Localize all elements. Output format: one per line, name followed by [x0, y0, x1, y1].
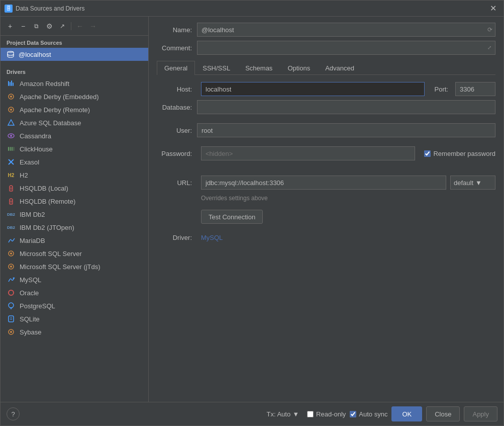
driver-item-clickhouse[interactable]: ClickHouse: [1, 142, 148, 155]
driver-name: Oracle: [20, 289, 39, 297]
tx-auto[interactable]: Tx: Auto ▼: [266, 410, 299, 418]
url-input[interactable]: [201, 176, 446, 190]
driver-item-h2[interactable]: H2 H2: [1, 168, 148, 182]
driver-name: PostgreSQL: [20, 302, 55, 310]
datasource-item-localhost[interactable]: @localhost: [1, 48, 148, 61]
driver-icon-azure-sql: [7, 118, 16, 127]
add-button[interactable]: +: [5, 21, 16, 32]
driver-item-oracle[interactable]: Oracle: [1, 286, 148, 299]
chevron-down-icon: ▼: [475, 179, 482, 187]
driver-icon-ibm-db2-jtopen: DB2: [7, 223, 16, 232]
tab-options[interactable]: Options: [280, 61, 318, 75]
driver-link[interactable]: MySQL: [201, 234, 223, 241]
svg-point-25: [10, 266, 12, 268]
title-bar-text: Data Sources and Drivers: [16, 5, 487, 12]
driver-icon-clickhouse: [7, 144, 16, 153]
driver-item-mariadb[interactable]: MariaDB: [1, 234, 148, 247]
driver-icon-amazon-redshift: [7, 79, 16, 88]
database-input[interactable]: [197, 100, 495, 114]
driver-item-ibm-db2[interactable]: DB2 IBM Db2: [1, 208, 148, 221]
forward-button[interactable]: →: [87, 21, 98, 32]
drivers-header: Drivers: [1, 65, 148, 77]
password-input[interactable]: [201, 146, 415, 160]
url-row: URL: default ▼: [157, 176, 495, 190]
driver-item-sqlite[interactable]: SQLite: [1, 312, 148, 325]
driver-name: Exasol: [20, 158, 39, 166]
title-bar: 🗄 Data Sources and Drivers ✕: [1, 1, 503, 17]
remember-password-checkbox[interactable]: [424, 150, 431, 157]
tab-general[interactable]: General: [157, 61, 195, 75]
export-button[interactable]: ↗: [57, 21, 68, 32]
driver-item-cassandra[interactable]: Cassandra: [1, 129, 148, 142]
close-button[interactable]: ✕: [487, 3, 499, 14]
tab-sshssl[interactable]: SSH/SSL: [195, 61, 238, 75]
read-only-label: Read-only: [316, 410, 346, 418]
host-row: Host: Port:: [157, 82, 495, 96]
test-connection-button[interactable]: Test Connection: [201, 210, 263, 224]
left-panel: + − ⧉ ⚙ ↗ ← → Project Data Sources: [1, 17, 149, 402]
database-row: Database:: [157, 100, 495, 114]
driver-item-amazon-redshift[interactable]: Amazon Redshift: [1, 77, 148, 90]
svg-point-0: [8, 52, 14, 53]
driver-icon-ibm-db2: DB2: [7, 210, 16, 219]
driver-item-hsqldb-local[interactable]: HSQLDB (Local): [1, 182, 148, 195]
driver-icon-oracle: [7, 288, 16, 297]
driver-item-mssql-jtds[interactable]: Microsoft SQL Server (jTds): [1, 260, 148, 273]
user-input[interactable]: [197, 123, 495, 137]
svg-rect-13: [10, 147, 11, 151]
svg-point-19: [11, 189, 12, 190]
port-label: Port:: [435, 86, 448, 93]
dialog: 🗄 Data Sources and Drivers ✕ + − ⧉ ⚙ ↗ ←…: [0, 0, 504, 426]
driver-icon-sybase: [7, 327, 16, 336]
ok-button[interactable]: OK: [391, 406, 422, 421]
driver-item-mysql[interactable]: MySQL: [1, 273, 148, 286]
driver-item-ibm-db2-jtopen[interactable]: DB2 IBM Db2 (JTOpen): [1, 221, 148, 234]
svg-point-6: [10, 96, 12, 98]
expand-button[interactable]: ⤢: [484, 42, 494, 53]
driver-item-exasol[interactable]: Exasol: [1, 155, 148, 168]
toolbar: + − ⧉ ⚙ ↗ ← →: [1, 17, 148, 36]
right-panel: Name: ⟳ Comment: ⤢ General SSH/SSL Schem…: [149, 17, 503, 402]
driver-icon-sqlite: [7, 314, 16, 323]
driver-name: Apache Derby (Embedded): [20, 93, 99, 101]
name-input[interactable]: [197, 23, 495, 37]
svg-point-28: [9, 303, 14, 308]
driver-item-mssql[interactable]: Microsoft SQL Server: [1, 247, 148, 260]
tab-schemas[interactable]: Schemas: [238, 61, 280, 75]
svg-point-21: [11, 202, 12, 203]
settings-button[interactable]: ⚙: [44, 21, 55, 32]
driver-name: HSQLDB (Remote): [20, 198, 75, 205]
duplicate-button[interactable]: ⧉: [31, 21, 42, 32]
drivers-section: Drivers Amazon Redshift Apache Derby (Em…: [1, 61, 148, 402]
read-only-checkbox[interactable]: [307, 411, 314, 417]
driver-name: ClickHouse: [20, 145, 53, 153]
driver-item-azure-sql[interactable]: Azure SQL Database: [1, 116, 148, 129]
svg-point-33: [10, 331, 12, 333]
auto-sync-checkbox[interactable]: [350, 411, 356, 417]
remove-button[interactable]: −: [18, 21, 29, 32]
cancel-button[interactable]: Close: [426, 406, 460, 421]
driver-icon-h2: H2: [7, 171, 16, 180]
connection-form: Host: Port: Database: User:: [157, 82, 495, 241]
driver-row: Driver: MySQL: [157, 234, 495, 241]
tab-advanced[interactable]: Advanced: [318, 61, 362, 75]
driver-icon-hsqldb-remote: [7, 197, 16, 206]
driver-item-apache-derby-embedded[interactable]: Apache Derby (Embedded): [1, 90, 148, 103]
project-sources-header: Project Data Sources: [1, 36, 148, 48]
host-input[interactable]: [201, 82, 425, 96]
password-label: Password:: [157, 150, 197, 157]
svg-rect-4: [13, 82, 14, 86]
driver-item-hsqldb-remote[interactable]: HSQLDB (Remote): [1, 195, 148, 208]
comment-input[interactable]: [197, 41, 495, 55]
driver-item-apache-derby-remote[interactable]: Apache Derby (Remote): [1, 103, 148, 116]
driver-name: Microsoft SQL Server (jTds): [20, 263, 100, 271]
driver-name: H2: [20, 172, 28, 179]
driver-name: Apache Derby (Remote): [20, 106, 90, 114]
help-button[interactable]: ?: [7, 407, 20, 420]
driver-item-sybase[interactable]: Sybase: [1, 325, 148, 338]
back-button[interactable]: ←: [74, 21, 85, 32]
port-input[interactable]: [455, 82, 495, 96]
driver-item-postgresql[interactable]: PostgreSQL: [1, 299, 148, 312]
apply-button[interactable]: Apply: [464, 406, 497, 421]
url-dropdown[interactable]: default ▼: [450, 176, 495, 190]
